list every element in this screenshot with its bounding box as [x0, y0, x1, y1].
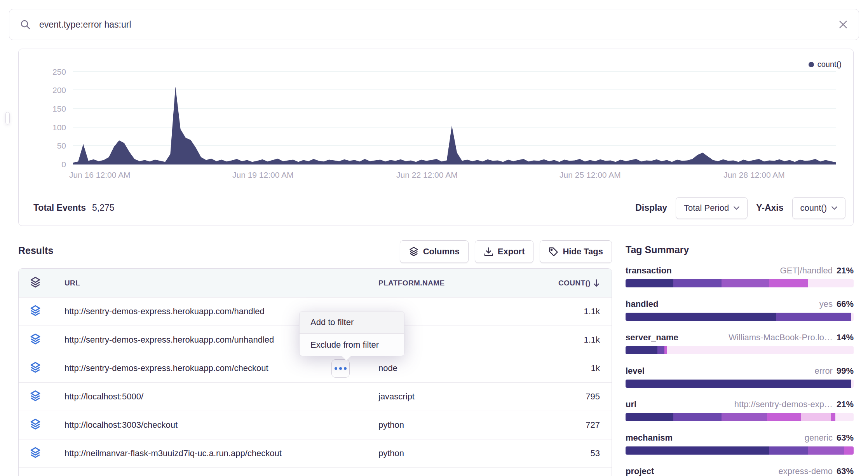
tag-icon: [549, 247, 558, 257]
tag-bar-segment: [844, 446, 853, 455]
count-cell: 727: [542, 420, 600, 430]
events-chart-card: count() 250 200 150 100 50 0 Jun 16 12:0…: [18, 49, 854, 226]
chevron-down-icon: [831, 206, 837, 210]
tag-bar-segment: [831, 413, 835, 421]
table-row[interactable]: http://sentry-demos-express.herokuapp.co…: [19, 354, 612, 383]
table-row[interactable]: http://localhost:5000/ javascript 795: [19, 383, 612, 411]
url-cell[interactable]: http://localhost:3003/checkout: [64, 420, 378, 430]
tag-bar-segment: [673, 279, 721, 287]
y-axis-tick: 200: [27, 86, 66, 95]
results-table: URL PLATFORM.NAME COUNT() http://sentry-…: [18, 268, 612, 476]
tag-top-pct: 63%: [837, 433, 854, 443]
count-header-label: COUNT(): [558, 279, 591, 287]
tag-distribution-bar[interactable]: [626, 380, 854, 388]
table-row[interactable]: http://neilmanvar-flask-m3uuizd7iq-uc.a.…: [19, 439, 612, 468]
export-button-label: Export: [498, 247, 525, 257]
layers-icon: [30, 305, 64, 318]
y-axis-tick: 150: [27, 104, 66, 114]
url-cell[interactable]: http://neilmanvar-flask-m3uuizd7iq-uc.a.…: [64, 448, 378, 458]
yaxis-dropdown[interactable]: count(): [792, 197, 845, 219]
column-header-url[interactable]: URL: [64, 279, 378, 287]
tag-bar-segment: [626, 446, 769, 455]
export-button[interactable]: Export: [475, 240, 534, 263]
tag-row-server-name: server_name Williams-MacBook-Pro.lo… 14%: [626, 332, 854, 354]
tag-top-pct: 99%: [837, 366, 854, 376]
tag-bar-segment: [808, 279, 854, 287]
tag-label: handled: [626, 299, 658, 309]
tag-distribution-bar[interactable]: [626, 279, 854, 287]
tag-top-pct: 14%: [837, 332, 854, 343]
tag-top-value: express-demo: [779, 466, 833, 476]
tag-top-value: Williams-MacBook-Pro.lo…: [729, 332, 833, 343]
tag-row-level: level error 99%: [626, 366, 854, 388]
hide-tags-button-label: Hide Tags: [563, 247, 603, 257]
tag-bar-segment: [667, 346, 854, 354]
count-cell: 1.1k: [542, 335, 600, 345]
sidebar-collapse-handle[interactable]: [5, 112, 10, 124]
column-header-count[interactable]: COUNT(): [542, 279, 600, 287]
layers-icon: [30, 390, 64, 403]
tag-bar-segment: [722, 279, 769, 287]
search-input[interactable]: event.type:error has:url: [39, 19, 838, 30]
tag-distribution-bar[interactable]: [626, 346, 854, 354]
y-axis-tick: 50: [27, 141, 66, 150]
yaxis-dropdown-value: count(): [800, 203, 827, 213]
tag-label: mechanism: [626, 433, 673, 443]
ellipsis-icon: [344, 367, 347, 370]
platform-cell: python: [378, 420, 542, 430]
hide-tags-button[interactable]: Hide Tags: [540, 240, 612, 263]
ellipsis-icon: [335, 367, 337, 370]
tag-label: level: [626, 366, 645, 376]
tag-label: project: [626, 466, 654, 476]
tag-bar-segment: [626, 279, 673, 287]
layers-icon: [30, 333, 64, 346]
x-axis-tick: Jun 25 12:00 AM: [559, 170, 621, 180]
tag-top-value: yes: [819, 299, 833, 309]
tag-row-mechanism: mechanism generic 63%: [626, 433, 854, 455]
tag-top-pct: 66%: [837, 299, 854, 309]
tag-top-pct: 63%: [837, 466, 854, 476]
tag-bar-segment: [657, 346, 664, 354]
tag-bar-segment: [776, 313, 851, 321]
layers-icon: [409, 247, 419, 257]
count-cell: 795: [542, 392, 600, 402]
tag-distribution-bar[interactable]: [626, 313, 854, 321]
tag-distribution-bar[interactable]: [626, 446, 854, 455]
tag-top-pct: 21%: [837, 399, 854, 410]
column-header-platform[interactable]: PLATFORM.NAME: [378, 279, 542, 287]
count-cell: 1.1k: [542, 306, 600, 317]
area-series: [73, 61, 836, 164]
table-row-partial: [19, 468, 612, 476]
layers-icon[interactable]: [30, 276, 64, 290]
display-dropdown[interactable]: Total Period: [676, 197, 748, 219]
columns-button-label: Columns: [423, 247, 460, 257]
table-header: URL PLATFORM.NAME COUNT(): [19, 269, 612, 298]
x-axis-tick: Jun 16 12:00 AM: [69, 170, 131, 180]
x-axis: Jun 16 12:00 AM Jun 19 12:00 AM Jun 22 1…: [73, 170, 836, 182]
tag-bar-segment: [626, 413, 673, 421]
close-icon[interactable]: [838, 20, 848, 29]
event-area-chart[interactable]: 250 200 150 100 50 0: [73, 61, 836, 164]
sort-desc-icon: [593, 279, 600, 287]
tag-top-value: http://sentry-demos-exp…: [734, 399, 833, 410]
tag-top-value: generic: [805, 433, 833, 443]
tag-bar-segment: [835, 413, 854, 421]
tag-bar-segment: [767, 413, 801, 421]
columns-button[interactable]: Columns: [400, 240, 469, 263]
tag-top-value: error: [815, 366, 833, 376]
cell-actions-button[interactable]: [331, 359, 350, 378]
table-row[interactable]: http://localhost:3003/checkout python 72…: [19, 411, 612, 439]
search-bar[interactable]: event.type:error has:url: [9, 9, 859, 40]
menu-item-add-to-filter[interactable]: Add to filter: [300, 312, 404, 334]
tag-bar-segment: [769, 279, 808, 287]
tag-row-transaction: transaction GET|/handled 21%: [626, 266, 854, 287]
count-cell: 53: [542, 448, 600, 458]
tag-distribution-bar[interactable]: [626, 413, 854, 421]
platform-cell: node: [378, 363, 542, 373]
menu-item-exclude-from-filter[interactable]: Exclude from filter: [300, 334, 404, 356]
tag-row-url: url http://sentry-demos-exp… 21%: [626, 399, 854, 421]
ellipsis-icon: [339, 367, 342, 370]
tag-bar-segment: [769, 446, 808, 455]
url-cell[interactable]: http://localhost:5000/: [64, 392, 378, 402]
tag-bar-segment: [626, 346, 657, 354]
